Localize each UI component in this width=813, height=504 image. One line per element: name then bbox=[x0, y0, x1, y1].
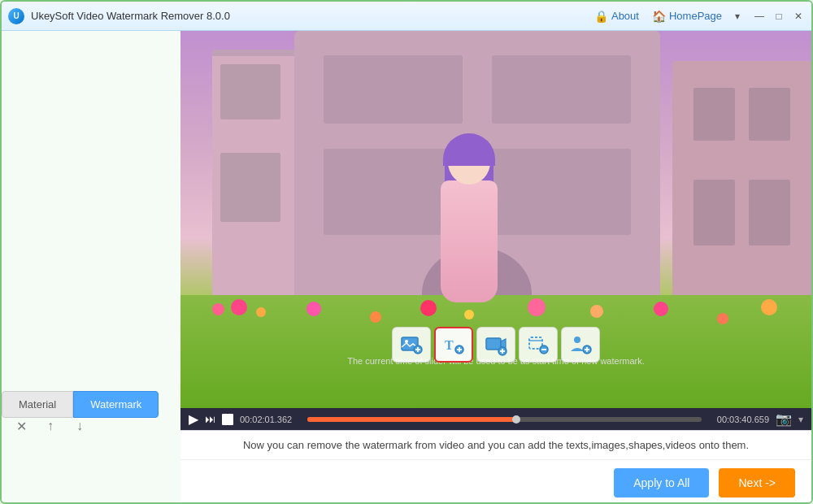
svg-text:T: T bbox=[445, 338, 454, 352]
apply-to-all-button[interactable]: Apply to All bbox=[614, 468, 709, 497]
play-button[interactable]: ▶ bbox=[189, 411, 198, 427]
total-time: 00:03:40.659 bbox=[708, 415, 769, 424]
progress-thumb bbox=[512, 415, 520, 424]
tools-overlay: T bbox=[392, 327, 600, 363]
title-bar-left: U UkeySoft Video Watermark Remover 8.0.0 bbox=[8, 8, 230, 24]
homepage-nav[interactable]: 🏠 HomePage bbox=[652, 10, 722, 23]
info-bar: Now you can remove the watermark from vi… bbox=[180, 430, 811, 459]
progress-bar[interactable] bbox=[307, 417, 702, 422]
svg-rect-9 bbox=[486, 338, 501, 350]
next-frame-button[interactable]: ⏭ bbox=[205, 413, 215, 425]
image-watermark-tool[interactable] bbox=[392, 327, 431, 363]
sidebar: Material Watermark ✕ ↑ ↓ bbox=[2, 31, 180, 504]
info-text: Now you can remove the watermark from vi… bbox=[243, 439, 749, 451]
screenshot-button[interactable]: 📷 bbox=[776, 411, 792, 427]
svg-point-18 bbox=[574, 337, 580, 343]
progress-fill bbox=[307, 417, 516, 422]
move-down-icon[interactable]: ↓ bbox=[68, 415, 91, 437]
dropdown-icon[interactable]: ▾ bbox=[735, 11, 740, 22]
maximize-button[interactable]: □ bbox=[772, 10, 785, 23]
mosaic-watermark-tool[interactable] bbox=[561, 327, 600, 363]
text-watermark-tool[interactable]: T bbox=[434, 327, 473, 363]
stop-button[interactable] bbox=[222, 414, 233, 425]
home-icon: 🏠 bbox=[652, 10, 666, 23]
sidebar-action-icons: ✕ ↑ ↓ bbox=[2, 410, 99, 442]
window-controls: — □ ✕ bbox=[753, 10, 805, 23]
about-nav[interactable]: 🔒 About bbox=[594, 10, 639, 23]
controls-row: ▶ ⏭ 00:02:01.362 00:03:40.659 📷 ▾ bbox=[189, 411, 803, 427]
remove-watermark-tool[interactable] bbox=[519, 327, 558, 363]
bottom-action-bar: Apply to All Next -> bbox=[180, 459, 811, 504]
video-watermark-tool[interactable] bbox=[476, 327, 515, 363]
screenshot-dropdown[interactable]: ▾ bbox=[798, 414, 803, 425]
playback-bar: ▶ ⏭ 00:02:01.362 00:03:40.659 📷 ▾ bbox=[180, 408, 811, 430]
delete-icon[interactable]: ✕ bbox=[10, 415, 33, 437]
video-frame: T bbox=[180, 31, 811, 408]
move-up-icon[interactable]: ↑ bbox=[39, 415, 62, 437]
building-right bbox=[672, 61, 811, 325]
app-icon: U bbox=[8, 8, 24, 24]
main-layout: Material Watermark ✕ ↑ ↓ bbox=[2, 31, 811, 504]
lock-icon: 🔒 bbox=[594, 10, 608, 23]
title-bar: U UkeySoft Video Watermark Remover 8.0.0… bbox=[2, 2, 811, 31]
minimize-button[interactable]: — bbox=[753, 10, 766, 23]
current-time: 00:02:01.362 bbox=[240, 415, 301, 424]
next-button[interactable]: Next -> bbox=[719, 468, 795, 497]
app-title: UkeySoft Video Watermark Remover 8.0.0 bbox=[31, 10, 230, 22]
close-button[interactable]: ✕ bbox=[792, 10, 805, 23]
title-bar-right: 🔒 About 🏠 HomePage ▾ — □ ✕ bbox=[594, 10, 805, 23]
right-panel: T bbox=[180, 31, 811, 504]
